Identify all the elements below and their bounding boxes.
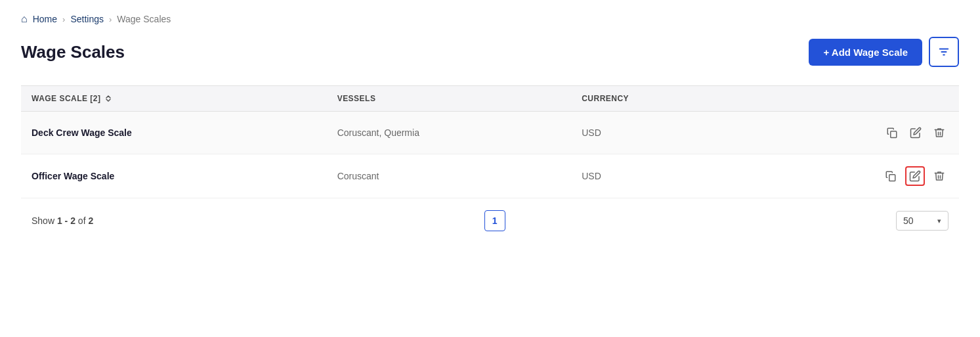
copy-icon bbox=[886, 127, 898, 139]
per-page-select: 50 ▾ bbox=[896, 211, 948, 231]
filter-button[interactable] bbox=[929, 37, 959, 67]
svg-rect-1 bbox=[889, 175, 895, 181]
breadcrumb-home[interactable]: Home bbox=[33, 14, 57, 24]
delete-button-2[interactable] bbox=[930, 167, 948, 185]
copy-icon bbox=[885, 170, 897, 182]
edit-button-1[interactable] bbox=[906, 124, 925, 142]
col-header-currency: CURRENCY bbox=[582, 94, 826, 103]
breadcrumb-settings[interactable]: Settings bbox=[70, 14, 104, 24]
svg-rect-0 bbox=[891, 131, 897, 138]
breadcrumb-current: Wage Scales bbox=[117, 14, 171, 24]
col-header-vessels: VESSELS bbox=[337, 94, 582, 103]
trash-icon bbox=[933, 170, 945, 182]
cell-vessels-2: Coruscant bbox=[337, 171, 582, 181]
show-label: Show 1 - 2 of 2 bbox=[32, 215, 93, 226]
edit-icon bbox=[909, 170, 921, 182]
copy-button-2[interactable] bbox=[882, 167, 900, 185]
filter-icon bbox=[938, 46, 950, 58]
edit-button-2[interactable] bbox=[905, 166, 925, 186]
sort-icon-wage-scale[interactable] bbox=[104, 94, 113, 103]
per-page-control[interactable]: 50 ▾ bbox=[896, 211, 948, 231]
table-container: WAGE SCALE [2] VESSELS CURRENCY Deck Cre… bbox=[21, 85, 959, 198]
header-actions: + Add Wage Scale bbox=[809, 37, 959, 67]
table-row: Deck Crew Wage Scale Coruscant, Quermia … bbox=[21, 112, 959, 154]
chevron-down-icon: ▾ bbox=[937, 217, 941, 225]
header-row: Wage Scales + Add Wage Scale bbox=[21, 37, 959, 67]
copy-button-1[interactable] bbox=[883, 124, 901, 142]
cell-actions-1 bbox=[826, 124, 948, 142]
cell-currency-2: USD bbox=[582, 171, 826, 181]
cell-wage-scale-2: Officer Wage Scale bbox=[32, 171, 337, 181]
trash-icon bbox=[933, 127, 945, 139]
delete-button-1[interactable] bbox=[930, 124, 948, 142]
cell-actions-2 bbox=[826, 166, 948, 186]
edit-icon bbox=[910, 127, 922, 139]
page-button-1[interactable]: 1 bbox=[484, 210, 505, 231]
breadcrumb-sep-1: › bbox=[62, 14, 65, 24]
page-title: Wage Scales bbox=[21, 42, 125, 62]
table-header: WAGE SCALE [2] VESSELS CURRENCY bbox=[21, 86, 959, 112]
add-wage-scale-button[interactable]: + Add Wage Scale bbox=[809, 39, 922, 66]
cell-wage-scale-1: Deck Crew Wage Scale bbox=[32, 127, 337, 138]
cell-vessels-1: Coruscant, Quermia bbox=[337, 127, 582, 138]
home-icon: ⌂ bbox=[21, 13, 28, 25]
col-header-actions bbox=[826, 94, 948, 103]
col-header-wage-scale: WAGE SCALE [2] bbox=[32, 94, 337, 103]
per-page-value: 50 bbox=[903, 215, 914, 226]
footer-row: Show 1 - 2 of 2 1 50 ▾ bbox=[21, 198, 959, 243]
breadcrumb-sep-2: › bbox=[109, 14, 112, 24]
cell-currency-1: USD bbox=[582, 127, 826, 138]
page-wrapper: ⌂ Home › Settings › Wage Scales Wage Sca… bbox=[0, 0, 980, 256]
pagination: 1 bbox=[484, 210, 505, 231]
table-row: Officer Wage Scale Coruscant USD bbox=[21, 154, 959, 198]
breadcrumb: ⌂ Home › Settings › Wage Scales bbox=[21, 13, 959, 25]
